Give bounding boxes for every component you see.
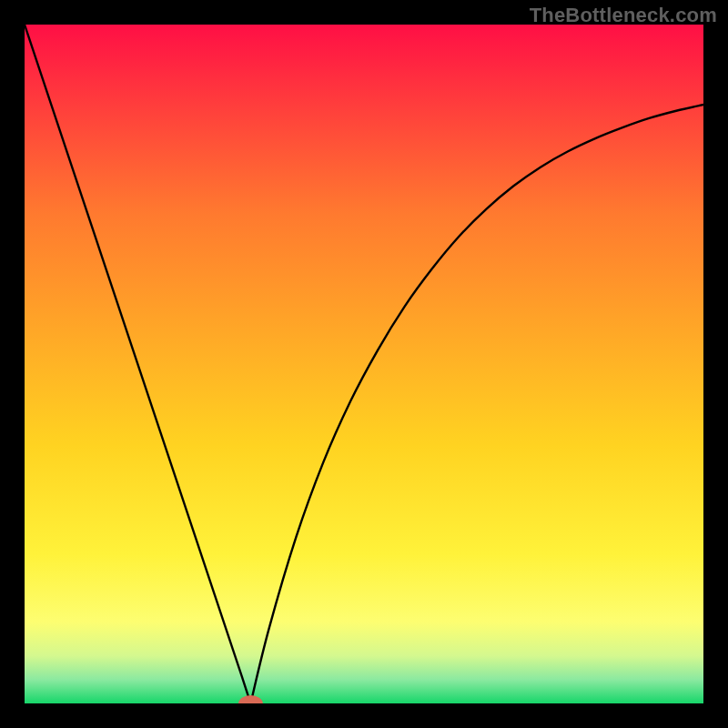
bottleneck-chart <box>25 25 703 703</box>
plot-area <box>25 25 703 703</box>
chart-frame: TheBottleneck.com <box>0 0 728 728</box>
watermark-text: TheBottleneck.com <box>530 4 717 27</box>
gradient-background <box>25 25 703 703</box>
